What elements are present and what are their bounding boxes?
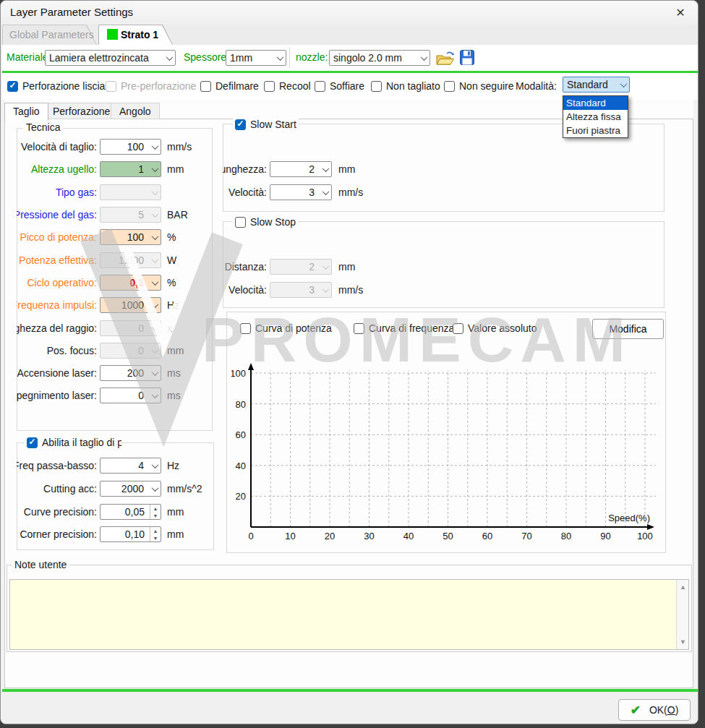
checkbox[interactable] — [453, 323, 463, 334]
modalita-select[interactable]: Standard — [563, 77, 630, 93]
tab-angolo[interactable]: Angolo — [111, 103, 160, 119]
checkbox[interactable] — [371, 81, 382, 92]
flag-defilmare[interactable]: Defilmare — [200, 79, 259, 93]
chevron-down-icon[interactable] — [149, 343, 161, 358]
materiale-select[interactable]: Lamiera elettrozincata — [45, 50, 176, 66]
spessore-value: 1mm — [226, 52, 274, 64]
close-icon[interactable]: ✕ — [672, 4, 689, 22]
chevron-down-icon[interactable] — [149, 388, 161, 403]
picco-di-potenza-select[interactable]: 100 — [100, 229, 161, 245]
checkbox[interactable] — [240, 323, 251, 334]
flag-non-tagliato[interactable]: Non tagliato — [371, 79, 440, 93]
note-input[interactable] — [10, 580, 676, 649]
altezza-ugello-select[interactable]: 1 — [100, 161, 161, 177]
tab-taglio[interactable]: Taglio — [4, 103, 48, 121]
chevron-down-icon[interactable] — [320, 260, 331, 274]
svg-text:60: 60 — [236, 429, 246, 440]
chevron-down-icon[interactable] — [149, 162, 161, 176]
flag-non-seguire[interactable]: Non seguire — [444, 79, 514, 93]
distanza-select[interactable]: 2 — [270, 259, 332, 275]
scroll-up-icon[interactable]: ▲ — [677, 581, 689, 593]
chevron-down-icon[interactable] — [320, 283, 331, 297]
velocita-slowstop-select[interactable]: 3 — [270, 282, 332, 298]
modifica-button[interactable]: Modifica — [592, 319, 664, 339]
potenza-effettiva-select[interactable]: 1.000 — [100, 252, 161, 268]
title-bar[interactable]: Layer Parameter Settings ✕ — [1, 1, 698, 25]
dropdown-option-fuori-piastra[interactable]: Fuori piastra — [563, 124, 628, 137]
scroll-down-icon[interactable]: ▼ — [677, 636, 689, 648]
chevron-down-icon[interactable] — [149, 366, 161, 380]
note-scrollbar[interactable]: ▲ ▼ — [676, 580, 688, 649]
dropdown-option-standard[interactable]: Standard — [563, 96, 628, 110]
velocita-slowstart-select[interactable]: 3 — [270, 184, 332, 200]
checkbox[interactable] — [315, 81, 325, 92]
tab-strato-1[interactable]: Strato 1 — [98, 25, 173, 45]
chevron-down-icon[interactable] — [149, 207, 161, 222]
tab-strato-label: Strato 1 — [121, 29, 158, 40]
checkbox[interactable] — [444, 81, 455, 92]
chevron-down-icon[interactable] — [149, 230, 161, 244]
spin-up-icon: ▲ — [150, 505, 161, 512]
checkbox[interactable] — [200, 81, 211, 92]
chevron-down-icon[interactable] — [149, 298, 161, 312]
checkbox[interactable] — [264, 81, 275, 92]
slow-stop-header[interactable]: Slow Stop — [233, 216, 298, 228]
open-folder-icon[interactable] — [436, 51, 455, 69]
chevron-down-icon[interactable] — [418, 51, 430, 65]
field-value: 1 — [101, 163, 149, 175]
spinner[interactable]: ▲▼ — [150, 527, 161, 541]
flag-perforazione-liscia[interactable]: Perforazione liscia — [7, 79, 105, 93]
field-unit: W — [167, 252, 176, 268]
field-value: 4 — [101, 460, 149, 471]
checkbox[interactable] — [235, 119, 246, 130]
cutting-acc-select[interactable]: 2000 — [100, 481, 161, 497]
chevron-down-icon[interactable] — [163, 51, 175, 65]
ciclo-operativo-select[interactable]: 0,1 — [100, 275, 161, 291]
flag-recool[interactable]: Recool — [264, 79, 311, 93]
chevron-down-icon[interactable] — [149, 481, 161, 496]
chevron-down-icon[interactable] — [149, 253, 161, 267]
flag-soffiare[interactable]: Soffiare — [315, 79, 364, 93]
chevron-down-icon[interactable] — [149, 458, 161, 473]
pressione-del-gas-select[interactable]: 5 — [100, 207, 161, 223]
chevron-down-icon[interactable] — [320, 162, 331, 176]
flag-curva-di-frequenza[interactable]: Curva di frequenza — [354, 322, 454, 334]
lunghezza-select[interactable]: 2 — [270, 161, 332, 177]
chevron-down-icon[interactable] — [149, 140, 161, 154]
curve-precision-stepper[interactable]: 0,05▲▼ — [100, 504, 161, 520]
tab-perforazione[interactable]: Perforazione — [44, 103, 119, 119]
chevron-down-icon[interactable] — [149, 185, 161, 200]
corner-precision-stepper[interactable]: 0,10▲▼ — [100, 526, 161, 542]
accensione-laser-select[interactable]: 200 — [100, 365, 161, 381]
field-unit: ms — [167, 365, 181, 381]
parameter-chart: 010203040506070809010020406080100Speed(%… — [231, 338, 662, 552]
field-unit: BAR — [167, 207, 188, 223]
flag-valore-assoluto[interactable]: Valore assoluto — [453, 322, 537, 334]
spinner[interactable]: ▲▼ — [150, 505, 161, 519]
checkbox[interactable] — [7, 81, 18, 92]
chevron-down-icon[interactable] — [149, 275, 161, 290]
tipo-gas-select[interactable] — [100, 184, 161, 200]
chevron-down-icon[interactable] — [274, 51, 286, 65]
checkbox[interactable] — [27, 437, 38, 448]
chevron-down-icon[interactable] — [320, 185, 331, 200]
chevron-down-icon[interactable] — [618, 77, 629, 92]
tab-global-parameters[interactable]: Global Parameters — [2, 25, 97, 45]
dropdown-option-altezza-fissa[interactable]: Altezza fissa — [563, 110, 628, 124]
chevron-down-icon[interactable] — [149, 321, 161, 335]
spessore-select[interactable]: 1mm — [226, 50, 286, 66]
save-icon[interactable] — [460, 50, 474, 67]
spegnimento-laser-select[interactable]: 0 — [100, 387, 161, 403]
pos-focus-select[interactable]: 0 — [100, 343, 161, 359]
frequenza-impulsi-select[interactable]: 1000 — [100, 297, 161, 313]
flag-curva-di-potenza[interactable]: Curva di potenza — [240, 322, 332, 334]
checkbox[interactable] — [354, 323, 364, 334]
checkbox[interactable] — [235, 217, 246, 228]
slow-start-header[interactable]: Slow Start — [233, 119, 299, 130]
abilita-header[interactable]: Abilita il taglio di p — [25, 437, 121, 448]
velocita-di-taglio-select[interactable]: 100 — [100, 139, 161, 155]
freq-passa-basso-select[interactable]: 4 — [100, 458, 161, 474]
ok-button[interactable]: ✔ OK(O) — [618, 699, 691, 721]
larghezza-del-raggio-select[interactable]: 0 — [100, 320, 161, 336]
nozzle-select[interactable]: singolo 2.0 mm — [329, 50, 430, 66]
